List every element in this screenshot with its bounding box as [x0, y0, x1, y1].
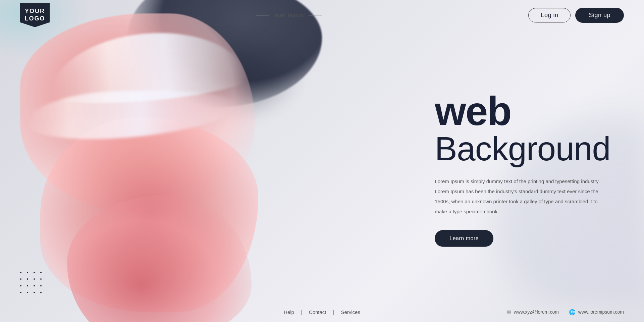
footer-contact-link[interactable]: Contact	[309, 309, 326, 315]
dot	[27, 292, 28, 293]
dot	[27, 278, 28, 280]
hero-description: Lorem Ipsum is simply dummy text of the …	[435, 176, 602, 217]
dot	[20, 278, 21, 280]
hero-title-web: web	[435, 91, 610, 131]
footer-email-text: www.xyz@lorem.com	[514, 309, 559, 315]
hero-title-background: Background	[435, 131, 610, 166]
footer-services-link[interactable]: Services	[341, 309, 360, 315]
footer-contact-info: ✉ www.xyz@lorem.com 🌐 www.loremipsum.com	[507, 309, 624, 315]
nav-line-right	[309, 15, 322, 15]
dot	[34, 285, 35, 286]
footer-website-text: www.loremipsum.com	[578, 309, 624, 315]
logo: YOUR LOGO	[20, 3, 50, 27]
header: YOUR LOGO Web layout Log in Sign up	[0, 0, 644, 30]
email-icon: ✉	[507, 309, 511, 315]
separator-2: |	[333, 309, 334, 315]
dot	[20, 292, 21, 293]
footer-email: ✉ www.xyz@lorem.com	[507, 309, 559, 315]
footer-website: 🌐 www.loremipsum.com	[569, 309, 624, 315]
footer-nav: Help | Contact | Services	[284, 309, 360, 315]
dot	[27, 285, 28, 286]
nav-buttons: Log in Sign up	[528, 8, 624, 23]
learn-more-button[interactable]: Learn more	[435, 230, 493, 247]
separator-1: |	[301, 309, 302, 315]
main-content: web Background Lorem Ipsum is simply dum…	[435, 91, 610, 247]
footer-help-link[interactable]: Help	[284, 309, 294, 315]
nav-line-left	[256, 15, 269, 15]
nav-center: Web layout	[256, 12, 322, 18]
footer: Help | Contact | Services ✉ www.xyz@lore…	[0, 302, 644, 322]
dot	[27, 272, 28, 273]
dot	[40, 292, 42, 293]
dot	[20, 285, 21, 286]
dot	[34, 292, 35, 293]
globe-icon: 🌐	[569, 309, 576, 315]
dot	[20, 272, 21, 273]
logo-line2: LOGO	[25, 15, 45, 22]
logo-line1: YOUR	[25, 8, 45, 15]
dot	[34, 272, 35, 273]
dot	[40, 278, 42, 280]
dot	[34, 278, 35, 280]
nav-label: Web layout	[275, 12, 303, 18]
dot	[40, 285, 42, 286]
signup-button[interactable]: Sign up	[575, 8, 624, 23]
dot	[40, 272, 42, 273]
dot-grid-decoration	[20, 272, 44, 295]
hero-title: web Background	[435, 91, 610, 166]
login-button[interactable]: Log in	[528, 8, 571, 22]
